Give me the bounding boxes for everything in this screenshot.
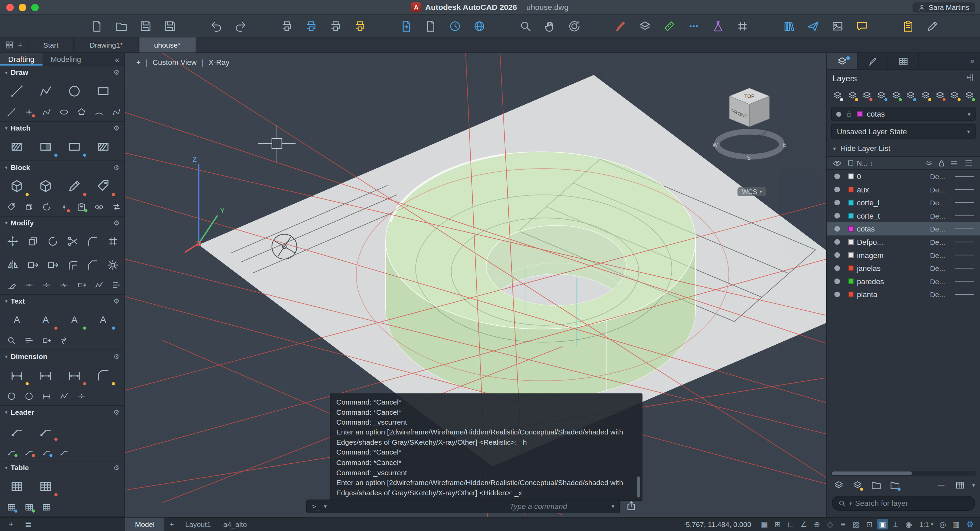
minimize-window-button[interactable]	[19, 3, 26, 11]
viewcube-east-label[interactable]: E	[783, 142, 786, 148]
multiline-text-tool[interactable]: A	[3, 308, 30, 332]
match-layer-button[interactable]	[875, 88, 888, 103]
layer-color-swatch[interactable]	[844, 265, 857, 271]
check-spelling-tool[interactable]: A	[60, 308, 88, 332]
data-link-tool[interactable]	[3, 499, 19, 514]
edit-block-tool[interactable]	[60, 174, 88, 198]
set-base-point-tool[interactable]	[56, 199, 72, 214]
layer-translator-button[interactable]	[637, 18, 653, 34]
layer-row-corte_l[interactable]: corte_lDe...	[827, 196, 980, 209]
layer-row-cotas[interactable]: cotasDe...	[827, 222, 980, 236]
new-property-filter-button[interactable]	[888, 478, 902, 493]
multileader-style-tool[interactable]	[32, 419, 60, 442]
layer-row-corte_t[interactable]: corte_tDe...	[827, 209, 980, 222]
layer-on-toggle[interactable]	[829, 278, 844, 284]
manage-attributes-tool[interactable]	[21, 199, 37, 214]
materials-browser-button[interactable]	[781, 18, 797, 34]
layer-state-dropdown[interactable]: Unsaved Layer State ▾	[831, 124, 975, 139]
lineweight-toggle[interactable]: ≡	[837, 519, 849, 529]
layer-search-input[interactable]	[855, 499, 969, 508]
panel-gear-icon[interactable]: ⚙	[113, 68, 119, 76]
layer-list-hscrollbar[interactable]	[830, 471, 976, 476]
make-current-button[interactable]	[860, 88, 874, 103]
new-button[interactable]	[89, 18, 105, 34]
point-style-button[interactable]	[686, 18, 702, 34]
command-line[interactable]: >_ ▾ ▾	[306, 499, 620, 513]
viewcube[interactable]: W S E TOP FRONT RIGHT	[709, 77, 790, 171]
construction-line-tool[interactable]	[3, 105, 19, 119]
layer-row-imagem[interactable]: imagemDe...	[827, 249, 980, 262]
visibility-column-icon[interactable]	[829, 159, 844, 168]
rectangle-tool[interactable]	[89, 79, 117, 103]
previous-layer-button[interactable]	[889, 88, 903, 103]
name-column-header[interactable]: N... ↕	[857, 159, 923, 166]
workspace-switching-toggle[interactable]: ◎	[937, 519, 948, 529]
lengthen-tool[interactable]	[73, 277, 89, 292]
standards-check-button[interactable]	[900, 18, 916, 34]
replace-block-tool[interactable]	[108, 199, 124, 214]
columns-button[interactable]	[953, 478, 967, 493]
wcs-dropdown[interactable]: WCS ▾	[737, 187, 766, 196]
hide-layer-list-toggle[interactable]: ▾ Hide Layer List	[827, 141, 980, 156]
zoom-window-button[interactable]	[31, 3, 39, 11]
dimension-tool[interactable]	[3, 363, 30, 387]
more-palettes-button[interactable]: »	[965, 53, 980, 69]
convert-to-mtext-tool[interactable]	[56, 333, 72, 348]
new-layer-button[interactable]	[830, 88, 845, 103]
layer-color-swatch[interactable]	[844, 292, 857, 298]
drawing-history-button[interactable]	[447, 18, 463, 34]
save-button[interactable]	[137, 18, 154, 34]
stretch-tool[interactable]	[43, 254, 62, 276]
layer-on-toggle[interactable]	[829, 213, 844, 219]
polar-tracking-toggle[interactable]: ∠	[798, 519, 810, 529]
panel-leader-header[interactable]: ▾Leader⚙	[0, 406, 124, 418]
share-drawing-button[interactable]	[805, 18, 821, 34]
rectangular-array-tool[interactable]	[103, 230, 122, 252]
layers-palette-tab[interactable]	[827, 53, 858, 69]
zoom-button[interactable]	[517, 18, 534, 34]
polygon-tool[interactable]	[73, 105, 89, 119]
selection-cycling-toggle[interactable]: ⊡	[864, 519, 875, 529]
panel-gear-icon[interactable]: ⚙	[113, 124, 119, 132]
circle-tool[interactable]	[60, 79, 88, 103]
command-history-panel[interactable]: Command: *Cancel*Command: *Cancel*Comman…	[330, 393, 643, 501]
panel-gear-icon[interactable]: ⚙	[113, 297, 119, 305]
snap-mode-toggle[interactable]: ⊞	[772, 519, 783, 529]
join-tool[interactable]	[21, 277, 37, 292]
line-tool[interactable]	[3, 79, 30, 103]
radius-dimension-tool[interactable]	[3, 388, 19, 403]
visual-styles-button[interactable]	[710, 18, 727, 34]
linetype-column-icon[interactable]	[947, 159, 960, 167]
new-drawing-button[interactable]: +	[18, 40, 22, 49]
orbit-button[interactable]	[566, 18, 582, 34]
revision-cloud-tool[interactable]	[91, 105, 107, 119]
boundary-tool[interactable]	[60, 135, 88, 159]
color-column-icon[interactable]	[844, 159, 857, 166]
tab-drafting[interactable]: Drafting	[0, 53, 43, 66]
grid-display-toggle[interactable]: ▦	[759, 519, 770, 529]
hatch-tool[interactable]	[3, 135, 30, 159]
sync-attributes-tool[interactable]	[38, 199, 54, 214]
remove-filter-button[interactable]	[935, 478, 948, 493]
panel-gear-icon[interactable]: ⚙	[113, 219, 119, 227]
explode-tool[interactable]	[103, 254, 122, 276]
viewcube-west-label[interactable]: W	[713, 142, 718, 148]
multileader-tool[interactable]	[3, 419, 30, 442]
aligned-dimension-tool[interactable]	[60, 363, 88, 387]
undo-button[interactable]	[208, 18, 224, 34]
lock-layer-button[interactable]	[948, 88, 962, 103]
share-button[interactable]	[625, 500, 638, 513]
jogged-dimension-tool[interactable]	[56, 388, 72, 403]
panel-table-header[interactable]: ▾Table⚙	[0, 461, 124, 474]
remove-leader-tool[interactable]	[21, 444, 37, 459]
viewcube-south-label[interactable]: S	[747, 155, 751, 161]
layer-color-swatch[interactable]	[844, 174, 857, 179]
gradient-tool[interactable]	[32, 135, 60, 159]
layer-on-toggle[interactable]	[829, 187, 844, 192]
move-tool[interactable]	[3, 230, 22, 252]
layer-row-paredes[interactable]: paredesDe...	[827, 275, 980, 288]
single-line-text-tool[interactable]: A	[32, 308, 60, 332]
render-gallery-button[interactable]	[829, 18, 846, 34]
rotate-tool[interactable]	[43, 230, 62, 252]
panel-draw-header[interactable]: ▾Draw⚙	[0, 66, 124, 79]
